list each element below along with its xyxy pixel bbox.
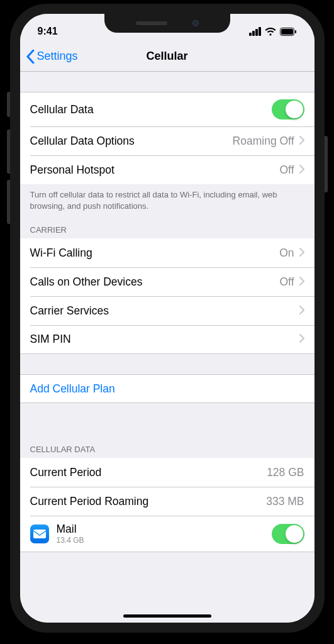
screen: 9:41 Settings Cellular Cellular D xyxy=(20,14,315,623)
wifi-calling-value: On xyxy=(279,247,294,260)
cellular-options-label: Cellular Data Options xyxy=(30,135,233,148)
chevron-right-icon xyxy=(299,135,304,148)
group-add-plan: Add Cellular Plan xyxy=(20,374,315,403)
row-current-period: Current Period 128 GB xyxy=(20,458,315,487)
home-indicator[interactable] xyxy=(123,614,211,618)
battery-icon xyxy=(280,28,297,36)
row-personal-hotspot[interactable]: Personal Hotspot Off xyxy=(20,155,315,184)
group-data-usage: Cellular Data Current Period 128 GB Curr… xyxy=(20,441,315,552)
chevron-right-icon xyxy=(299,304,304,318)
wifi-calling-label: Wi-Fi Calling xyxy=(30,247,280,260)
cellular-footer: Turn off cellular data to restrict all d… xyxy=(20,184,315,214)
other-devices-label: Calls on Other Devices xyxy=(30,275,280,289)
row-current-period-roaming: Current Period Roaming 333 MB xyxy=(20,487,315,516)
row-cellular-data[interactable]: Cellular Data xyxy=(20,92,315,126)
group-cellular: Cellular Data Cellular Data Options Roam… xyxy=(20,92,315,214)
wifi-icon xyxy=(265,28,276,36)
mail-app-icon xyxy=(30,525,49,543)
cellular-options-value: Roaming Off xyxy=(233,135,294,148)
chevron-right-icon xyxy=(299,333,304,346)
svg-rect-2 xyxy=(295,30,296,33)
row-add-cellular-plan[interactable]: Add Cellular Plan xyxy=(20,374,315,403)
carrier-header: Carrier xyxy=(20,221,315,238)
row-app-mail[interactable]: Mail 13.4 GB xyxy=(20,516,315,552)
hotspot-label: Personal Hotspot xyxy=(30,164,280,177)
chevron-right-icon xyxy=(299,247,304,260)
current-period-value: 128 GB xyxy=(267,466,304,479)
cellular-data-label: Cellular Data xyxy=(30,103,272,116)
row-cellular-data-options[interactable]: Cellular Data Options Roaming Off xyxy=(20,126,315,155)
mail-usage: 13.4 GB xyxy=(57,536,272,545)
group-carrier: Carrier Wi-Fi Calling On Calls on Other … xyxy=(20,221,315,354)
chevron-left-icon xyxy=(26,50,35,64)
cellular-data-switch[interactable] xyxy=(272,99,304,119)
mail-switch[interactable] xyxy=(272,524,304,544)
row-wifi-calling[interactable]: Wi-Fi Calling On xyxy=(20,238,315,267)
carrier-services-label: Carrier Services xyxy=(30,304,299,318)
back-label: Settings xyxy=(37,50,78,63)
chevron-right-icon xyxy=(299,164,304,177)
svg-rect-3 xyxy=(33,530,46,538)
roaming-label: Current Period Roaming xyxy=(30,495,267,508)
mail-label: Mail xyxy=(57,523,272,536)
roaming-value: 333 MB xyxy=(266,495,304,508)
phone-frame: 9:41 Settings Cellular Cellular D xyxy=(10,4,325,633)
add-plan-label: Add Cellular Plan xyxy=(30,382,304,396)
content-scroll[interactable]: Cellular Data Cellular Data Options Roam… xyxy=(20,72,315,623)
current-period-label: Current Period xyxy=(30,466,267,479)
hotspot-value: Off xyxy=(279,164,294,177)
chevron-right-icon xyxy=(299,275,304,289)
back-button[interactable]: Settings xyxy=(26,50,78,64)
svg-rect-1 xyxy=(281,29,293,35)
row-carrier-services[interactable]: Carrier Services xyxy=(20,296,315,325)
data-usage-header: Cellular Data xyxy=(20,441,315,458)
cellular-signal-icon xyxy=(249,27,261,36)
row-sim-pin[interactable]: SIM PIN xyxy=(20,325,315,354)
nav-bar: Settings Cellular xyxy=(20,42,315,72)
sim-pin-label: SIM PIN xyxy=(30,333,299,346)
notch xyxy=(104,14,230,33)
status-time: 9:41 xyxy=(38,26,58,37)
row-calls-other-devices[interactable]: Calls on Other Devices Off xyxy=(20,267,315,296)
other-devices-value: Off xyxy=(279,275,294,289)
